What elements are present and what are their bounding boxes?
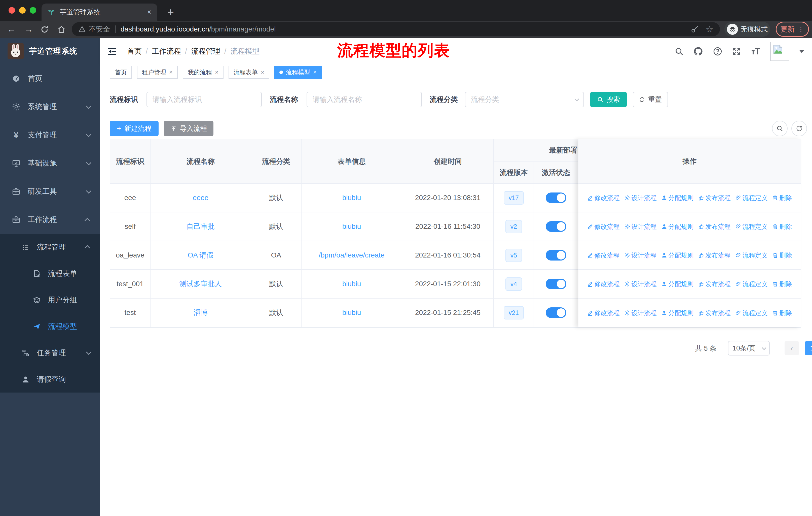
close-tab-icon[interactable]: × (147, 8, 151, 16)
sidebar-item-task-management[interactable]: 任务管理 (0, 340, 100, 366)
font-size-icon[interactable] (751, 46, 761, 56)
sidebar-item-infrastructure[interactable]: 基础设施 (0, 149, 100, 178)
sidebar-item-dev-tools[interactable]: 研发工具 (0, 178, 100, 206)
search-button[interactable]: 搜索 (590, 92, 627, 107)
fullscreen-icon[interactable] (732, 47, 741, 56)
action-assign-rule[interactable]: 分配规则 (661, 222, 694, 231)
action-delete[interactable]: 删除 (772, 251, 792, 260)
page-number-button[interactable]: 1 (805, 341, 812, 355)
breadcrumb-item[interactable]: 流程管理 (191, 46, 220, 56)
show-search-circle-button[interactable] (772, 121, 788, 136)
action-design-process[interactable]: 设计流程 (624, 309, 657, 317)
page-size-select[interactable]: 10条/页 (728, 341, 770, 355)
tag-process-form[interactable]: 流程表单× (229, 66, 269, 79)
action-publish-process[interactable]: 发布流程 (698, 194, 731, 202)
process-name-link[interactable]: 自己审批 (186, 222, 215, 231)
sidebar-logo-row[interactable]: 芋道管理系统 (0, 38, 100, 64)
sidebar-fold-icon[interactable] (107, 46, 117, 56)
action-delete[interactable]: 删除 (772, 194, 792, 202)
action-assign-rule[interactable]: 分配规则 (661, 251, 694, 260)
process-key-input[interactable] (146, 92, 262, 107)
action-design-process[interactable]: 设计流程 (624, 280, 657, 288)
action-modify-process[interactable]: 修改流程 (587, 194, 620, 202)
action-design-process[interactable]: 设计流程 (624, 194, 657, 202)
form-info-link[interactable]: biubiu (342, 222, 361, 230)
browser-tab[interactable]: 芋道管理系统 × (41, 3, 157, 21)
avatar[interactable] (770, 42, 789, 61)
action-publish-process[interactable]: 发布流程 (698, 251, 731, 260)
password-key-icon[interactable] (691, 25, 699, 33)
sidebar-item-system[interactable]: 系统管理 (0, 93, 100, 121)
action-design-process[interactable]: 设计流程 (624, 251, 657, 260)
active-toggle[interactable] (546, 250, 566, 261)
action-modify-process[interactable]: 修改流程 (587, 280, 620, 288)
action-delete[interactable]: 删除 (772, 222, 792, 231)
github-icon[interactable] (693, 46, 703, 56)
minimize-window-button[interactable] (19, 7, 26, 13)
action-process-definition[interactable]: 流程定义 (735, 194, 768, 202)
action-modify-process[interactable]: 修改流程 (587, 222, 620, 231)
action-process-definition[interactable]: 流程定义 (735, 222, 768, 231)
bookmark-star-icon[interactable]: ☆ (706, 24, 713, 34)
avatar-caret-icon[interactable] (799, 50, 805, 53)
form-info-link[interactable]: biubiu (342, 309, 361, 317)
forward-icon[interactable]: → (24, 21, 33, 38)
maximize-window-button[interactable] (30, 7, 36, 13)
breadcrumb-item[interactable]: 首页 (127, 46, 142, 56)
sidebar-item-process-management[interactable]: 流程管理 (0, 234, 100, 260)
window-controls[interactable] (8, 7, 36, 13)
action-process-definition[interactable]: 流程定义 (735, 309, 768, 317)
tag-my-process[interactable]: 我的流程× (183, 66, 224, 79)
active-toggle[interactable] (546, 307, 566, 318)
action-assign-rule[interactable]: 分配规则 (661, 194, 694, 202)
close-icon[interactable]: × (313, 69, 317, 76)
close-icon[interactable]: × (215, 69, 219, 76)
form-info-link[interactable]: biubiu (342, 194, 361, 202)
sidebar-item-workflow[interactable]: 工作流程 (0, 206, 100, 234)
action-assign-rule[interactable]: 分配规则 (661, 309, 694, 317)
active-toggle[interactable] (546, 279, 566, 289)
help-question-icon[interactable] (713, 47, 722, 56)
sidebar-item-payment[interactable]: ¥ 支付管理 (0, 121, 100, 149)
action-process-definition[interactable]: 流程定义 (735, 280, 768, 288)
process-name-input[interactable] (307, 92, 422, 107)
sidebar-item-process-model[interactable]: 流程模型 (0, 313, 100, 340)
tag-home[interactable]: 首页 (110, 66, 132, 79)
reset-button[interactable]: 重置 (633, 92, 668, 107)
browser-menu-dots-icon[interactable]: ⋮ (798, 25, 804, 33)
header-search-icon[interactable] (674, 47, 684, 56)
action-publish-process[interactable]: 发布流程 (698, 222, 731, 231)
sidebar-item-leave-query[interactable]: 请假查询 (0, 366, 100, 392)
reload-icon[interactable] (40, 25, 49, 34)
refresh-circle-button[interactable] (791, 121, 807, 136)
action-design-process[interactable]: 设计流程 (624, 222, 657, 231)
close-window-button[interactable] (8, 7, 15, 13)
action-assign-rule[interactable]: 分配规则 (661, 280, 694, 288)
process-name-link[interactable]: OA 请假 (188, 250, 214, 260)
active-toggle[interactable] (546, 192, 566, 203)
tag-process-model-active[interactable]: 流程模型× (274, 66, 322, 79)
action-process-definition[interactable]: 流程定义 (735, 251, 768, 260)
import-process-button[interactable]: 导入流程 (164, 121, 213, 136)
close-icon[interactable]: × (169, 69, 173, 76)
active-toggle[interactable] (546, 221, 566, 232)
process-name-link[interactable]: 滔博 (194, 308, 208, 318)
breadcrumb-item[interactable]: 工作流程 (152, 46, 181, 56)
action-publish-process[interactable]: 发布流程 (698, 280, 731, 288)
back-icon[interactable]: ← (7, 21, 16, 38)
sidebar-item-home[interactable]: 首页 (0, 64, 100, 93)
sidebar-item-user-group[interactable]: 用户分组 (0, 287, 100, 313)
process-name-link[interactable]: 测试多审批人 (179, 279, 222, 289)
form-info-link[interactable]: biubiu (342, 280, 361, 288)
update-button[interactable]: 更新 ⋮ (776, 22, 809, 37)
new-tab-button[interactable]: + (163, 3, 178, 21)
create-process-button[interactable]: + 新建流程 (110, 121, 158, 136)
action-modify-process[interactable]: 修改流程 (587, 309, 620, 317)
action-delete[interactable]: 删除 (772, 309, 792, 317)
close-icon[interactable]: × (261, 69, 264, 76)
process-category-select[interactable]: 流程分类 (465, 92, 584, 107)
action-modify-process[interactable]: 修改流程 (587, 251, 620, 260)
prev-page-button[interactable]: ‹ (785, 341, 799, 355)
action-publish-process[interactable]: 发布流程 (698, 309, 731, 317)
tag-tenant-management[interactable]: 租户管理× (137, 66, 178, 79)
